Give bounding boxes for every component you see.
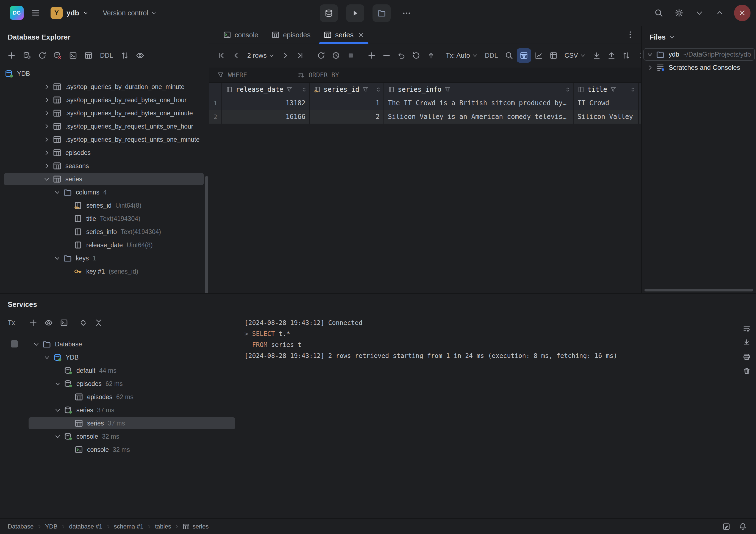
service-item-episodes[interactable]: episodes62 ms (29, 390, 241, 404)
service-item-episodes[interactable]: episodes62 ms (29, 377, 241, 390)
explorer-item-series-id[interactable]: series_idUint64(8) (0, 199, 209, 212)
database-tool-button[interactable] (320, 4, 338, 22)
preview-button[interactable] (133, 48, 147, 63)
export-data-button[interactable] (589, 48, 604, 63)
files-scrollbar[interactable] (644, 289, 753, 291)
chevron-down-icon[interactable] (669, 34, 675, 40)
undo-button[interactable] (394, 48, 409, 63)
refresh-button[interactable] (35, 48, 49, 63)
transpose-button[interactable] (546, 48, 561, 63)
sort-icon[interactable] (301, 87, 307, 93)
service-item-series[interactable]: series37 ms (29, 417, 241, 430)
chevron-right-icon[interactable] (644, 62, 656, 73)
chevron-down-icon[interactable] (41, 352, 52, 363)
toolbar-more-button[interactable] (634, 48, 641, 63)
chevron-right-icon[interactable] (41, 160, 52, 172)
last-page-button[interactable] (293, 48, 308, 63)
chevron-right-icon[interactable] (41, 94, 52, 105)
submit-button[interactable] (424, 48, 438, 63)
cell-title[interactable]: IT Crowd (574, 96, 639, 110)
explorer-item-keys[interactable]: keys1 (0, 252, 209, 265)
breadcrumb-database-1[interactable]: database #1 (69, 523, 102, 530)
column-header-release-date[interactable]: release_date (222, 83, 310, 96)
cell-title[interactable]: Silicon Valley (574, 110, 639, 123)
filter-icon[interactable] (286, 86, 293, 93)
explorer-item-key-1[interactable]: key #1(series_id) (0, 265, 209, 278)
files-item-scratches-and-consoles[interactable]: Scratches and Consoles (642, 61, 756, 74)
explorer-scrollbar[interactable] (205, 176, 208, 293)
project-selector-button[interactable]: Y ydb (48, 5, 91, 21)
ddl-button[interactable]: DDL (97, 48, 117, 63)
cell-release-date[interactable]: 13182 (222, 96, 310, 110)
expand-all-button[interactable] (76, 316, 90, 330)
chevron-right-icon[interactable] (41, 134, 52, 145)
collapse-all-button[interactable] (92, 316, 106, 330)
soft-wrap-button[interactable] (740, 321, 754, 335)
service-item-console[interactable]: console32 ms (29, 443, 241, 456)
explorer-item-sys-top-queries-by-request-units-one-minute[interactable]: .sys/top_queries_by_request_units_one_mi… (0, 133, 209, 146)
view-ddl-button[interactable]: DDL (482, 48, 501, 63)
explorer-item-sys-top-queries-by-duration-one-minute[interactable]: .sys/top_queries_by_duration_one_minute (0, 80, 209, 93)
service-item-console[interactable]: console32 ms (29, 430, 241, 443)
row-number[interactable]: 1 (209, 96, 222, 110)
find-button[interactable] (502, 48, 516, 63)
data-source-properties-button[interactable] (20, 48, 34, 63)
where-clause-field[interactable]: WHERE (228, 71, 247, 79)
explorer-item-series[interactable]: series (0, 173, 209, 186)
service-item-series[interactable]: series37 ms (29, 404, 241, 417)
tab-console[interactable]: console (216, 26, 265, 43)
service-item-database[interactable]: Database (29, 337, 241, 351)
filter-toggle-button[interactable] (517, 48, 531, 63)
add-service-button[interactable] (26, 316, 40, 330)
close-tab-icon[interactable] (358, 32, 364, 38)
first-page-button[interactable] (214, 48, 229, 63)
print-button[interactable] (740, 350, 754, 364)
breadcrumb-schema-1[interactable]: schema #1 (114, 523, 144, 530)
previous-page-button[interactable] (229, 48, 243, 63)
column-header-series-id[interactable]: series_id (310, 83, 384, 96)
breadcrumb-tables[interactable]: tables (155, 523, 171, 530)
cell-release-date[interactable]: 16166 (222, 110, 310, 123)
edit-mode-button[interactable] (719, 520, 734, 534)
explorer-item-columns[interactable]: columns4 (0, 186, 209, 199)
tab-options-button[interactable] (623, 27, 637, 42)
chevron-down-button[interactable] (692, 5, 707, 21)
column-header-series-info[interactable]: series_info (384, 83, 574, 96)
chevron-down-icon[interactable] (52, 431, 63, 442)
chevron-down-icon[interactable] (52, 187, 63, 198)
chart-button[interactable] (531, 48, 546, 63)
reload-page-button[interactable] (314, 48, 328, 63)
sort-icon[interactable] (565, 87, 571, 93)
chevron-down-icon[interactable] (31, 339, 42, 350)
explorer-item-release-date[interactable]: release_dateUint64(8) (0, 238, 209, 252)
scroll-to-end-button[interactable] (740, 335, 754, 350)
chevron-right-icon[interactable] (41, 147, 52, 158)
breadcrumb-series[interactable]: series (183, 523, 209, 530)
tx-button[interactable]: Tx (4, 316, 18, 330)
version-control-button[interactable]: Version control (103, 9, 156, 17)
revert-button[interactable] (409, 48, 423, 63)
explorer-item-seasons[interactable]: seasons (0, 159, 209, 173)
breadcrumb-ydb[interactable]: YDB (45, 523, 57, 530)
compare-button[interactable] (619, 48, 634, 63)
cell-series-id[interactable]: 1 (310, 96, 384, 110)
run-button[interactable] (346, 4, 364, 22)
jump-to-console-button[interactable] (66, 48, 80, 63)
chevron-right-icon[interactable] (41, 108, 52, 119)
explorer-item-sys-top-queries-by-request-units-one-hour[interactable]: .sys/top_queries_by_request_units_one_ho… (0, 120, 209, 133)
cell-series-info[interactable]: Silicon Valley is an American comedy tel… (384, 110, 574, 123)
page-size-dropdown[interactable]: 2 rows (244, 48, 278, 63)
delete-row-button[interactable] (379, 48, 394, 63)
filter-icon[interactable] (362, 86, 369, 93)
order-by-field[interactable]: ORDER BY (309, 71, 339, 79)
close-button[interactable] (734, 5, 750, 21)
project-files-button[interactable] (372, 4, 391, 22)
import-data-button[interactable] (604, 48, 619, 63)
sort-icon[interactable] (630, 87, 636, 93)
files-item-ydb[interactable]: ydb~/DataGripProjects/ydb (642, 48, 756, 61)
explorer-item-title[interactable]: titleText(4194304) (0, 212, 209, 225)
column-header-title[interactable]: title (574, 83, 639, 96)
filter-icon[interactable] (610, 86, 616, 93)
sort-icon[interactable] (375, 87, 381, 93)
explorer-item-ydb[interactable]: YDB (0, 67, 209, 80)
